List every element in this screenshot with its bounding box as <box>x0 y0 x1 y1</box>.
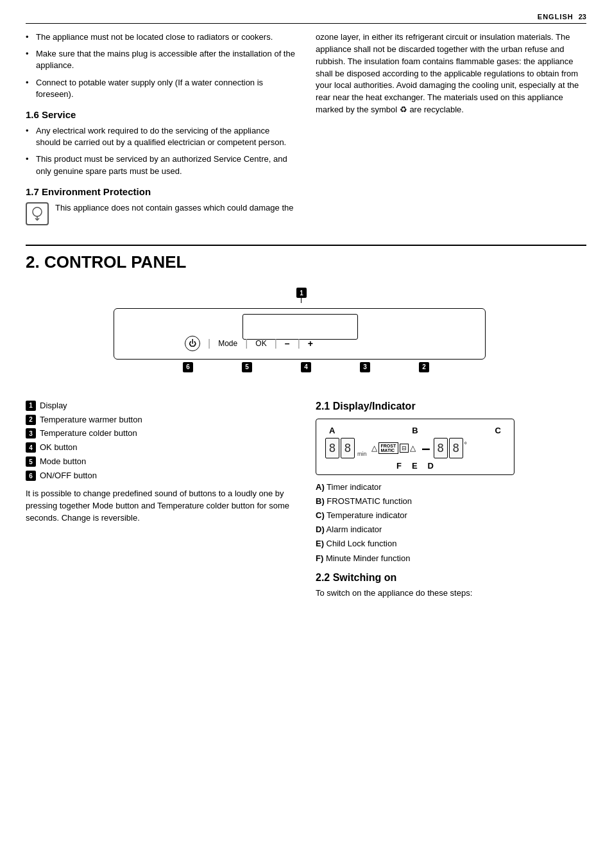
bottom-right: 2.1 Display/Indicator A B C 8 8 <box>316 401 586 605</box>
display-diagram: A B C 8 8 min △ <box>316 419 514 475</box>
env-text: This appliance does not contain gasses w… <box>55 202 293 214</box>
panel-item-2-label: Temperature warmer button <box>40 415 142 426</box>
frost-text-2: MATIC <box>381 448 396 453</box>
section-2-1-num: 2.1 <box>316 401 330 412</box>
label-f: F <box>396 461 402 471</box>
bullet-item: Any electrical work required to do the s… <box>26 125 296 148</box>
separator-3: | <box>275 338 277 349</box>
alarm-triangle-2: △ <box>410 444 416 453</box>
indicator-b: B) FROSTMATIC function <box>316 496 586 507</box>
badge-item-3: 3 <box>26 428 36 438</box>
badge-item-5: 5 <box>26 456 36 467</box>
badge-1: 1 <box>296 288 307 298</box>
badge-1-pos: 1 <box>296 288 307 299</box>
switching-on-heading: 2.2 Switching on <box>316 572 586 584</box>
panel-item-6: 6 ON/OFF button <box>26 471 296 482</box>
badge-6: 6 <box>183 362 193 372</box>
label-e: E <box>412 461 418 471</box>
panel-item-1-label: Display <box>40 401 67 412</box>
panel-item-3-label: Temperature colder button <box>40 428 137 439</box>
degree-symbol: ° <box>464 440 467 448</box>
switching-on-text: To switch on the appliance do these step… <box>316 587 586 600</box>
header-page-number: 23 <box>579 13 586 21</box>
bullet-item: This product must be serviced by an auth… <box>26 153 296 177</box>
section-1-7-heading: 1.7 Environment Protection <box>26 186 296 197</box>
indicator-a: A) Timer indicator <box>316 482 586 493</box>
right-col-text: ozone layer, in either its refrigerant c… <box>316 31 586 116</box>
alarm-triangle-1: △ <box>371 444 377 453</box>
mode-button-label[interactable]: Mode <box>218 339 237 348</box>
digit-3: 8 <box>434 438 448 458</box>
indicator-c: C) Temperature indicator <box>316 510 586 521</box>
page: ENGLISH 23 The appliance must not be loc… <box>0 0 612 868</box>
badge-5: 5 <box>242 362 252 372</box>
separator-1: | <box>208 338 210 349</box>
label-d: D <box>428 461 434 471</box>
panel-items-list: 1 Display 2 Temperature warmer button 3 … <box>26 401 296 482</box>
frost-area: △ FROST MATIC ⊟ △ <box>371 442 416 454</box>
badge-item-6: 6 <box>26 471 36 481</box>
frost-text-1: FROST <box>381 444 396 448</box>
badge-item-2: 2 <box>26 415 36 425</box>
panel-item-3: 3 Temperature colder button <box>26 428 296 439</box>
fed-labels: F E D <box>325 461 505 471</box>
digit-2: 8 <box>341 438 355 458</box>
bottom-left: 1 Display 2 Temperature warmer button 3 … <box>26 401 296 605</box>
header: ENGLISH 23 <box>26 13 586 24</box>
indicators-list: A) Timer indicator B) FROSTMATIC functio… <box>316 482 586 564</box>
digit-1: 8 <box>325 438 339 458</box>
eco-icon <box>26 202 49 225</box>
top-two-col: The appliance must not be located close … <box>26 31 586 225</box>
badge-item-4: 4 <box>26 442 36 453</box>
minus-button-label[interactable]: – <box>285 338 290 349</box>
panel-item-2: 2 Temperature warmer button <box>26 415 296 426</box>
section-1-6-heading: 1.6 Service <box>26 109 296 120</box>
panel-note: It is possible to change predefined soun… <box>26 488 296 525</box>
indicator-d: D) Alarm indicator <box>316 524 586 535</box>
panel-item-5-label: Mode button <box>40 456 86 467</box>
indicator-e: E) Child Lock function <box>316 538 586 550</box>
temp-display: 8 8 ° <box>434 438 467 458</box>
label-c: C <box>495 426 501 435</box>
section-1-6-bullets: Any electrical work required to do the s… <box>26 125 296 177</box>
section-number: 2. <box>26 252 40 272</box>
panel-outer: 1 ⏻ | Mode | OK | – <box>114 285 498 388</box>
frost-icons: △ FROST MATIC ⊟ △ <box>371 442 416 454</box>
control-panel-section: 2. CONTROL PANEL 1 ⏻ | <box>26 245 586 605</box>
frostmatic-box: FROST MATIC <box>378 442 399 454</box>
left-column: The appliance must not be located close … <box>26 31 296 225</box>
panel-diagram-container: 1 ⏻ | Mode | OK | – <box>26 285 586 388</box>
control-panel-heading: 2. CONTROL PANEL <box>26 245 586 272</box>
right-column: ozone layer, in either its refrigerant c… <box>316 31 586 225</box>
separator-2: | <box>245 338 248 349</box>
lock-symbol: ⊟ <box>400 444 409 453</box>
buttons-row: ⏻ | Mode | OK | – | + <box>185 336 313 351</box>
label-a: A <box>329 426 335 435</box>
display-indicator-heading: 2.1 Display/Indicator <box>316 401 586 412</box>
label-b: B <box>412 426 418 435</box>
environment-box: This appliance does not contain gasses w… <box>26 202 296 225</box>
power-button[interactable]: ⏻ <box>185 336 200 351</box>
panel-box: ⏻ | Mode | OK | – | + <box>114 308 486 360</box>
min-label: min <box>357 451 367 458</box>
ok-button-label[interactable]: OK <box>255 339 266 348</box>
separator-4: | <box>298 338 300 349</box>
panel-item-1: 1 Display <box>26 401 296 412</box>
panel-item-5: 5 Mode button <box>26 456 296 467</box>
badge-2: 2 <box>419 362 429 372</box>
panel-item-4-label: OK button <box>40 442 78 453</box>
badge-4: 4 <box>301 362 311 372</box>
bottom-badges-row: 6 5 4 3 2 <box>114 360 498 372</box>
top-bullets: The appliance must not be located close … <box>26 31 296 100</box>
plus-button-label[interactable]: + <box>308 338 313 349</box>
bullet-item: Make sure that the mains plug is accessi… <box>26 48 296 71</box>
abc-labels: A B C <box>325 426 505 435</box>
bullet-item: The appliance must not be located close … <box>26 31 296 43</box>
badge-item-1: 1 <box>26 401 36 411</box>
panel-item-6-label: ON/OFF button <box>40 471 97 482</box>
indicator-f: F) Minute Minder function <box>316 553 586 564</box>
panel-item-4: 4 OK button <box>26 442 296 453</box>
section-2-2-num: 2.2 <box>316 572 330 583</box>
digit-4: 8 <box>449 438 463 458</box>
badge-3: 3 <box>360 362 370 372</box>
